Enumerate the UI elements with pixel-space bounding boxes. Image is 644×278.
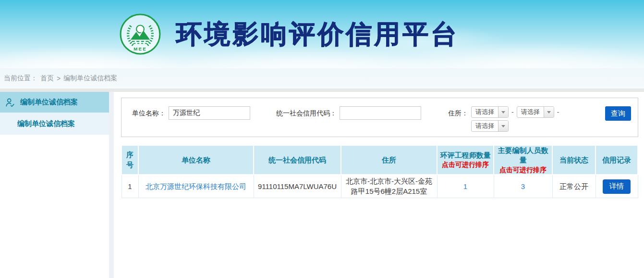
cell-index: 1 (122, 175, 138, 198)
page-title: 环境影响评价信用平台 (176, 17, 459, 52)
unit-name-label: 单位名称： (132, 106, 166, 120)
sidebar-content-divider (109, 92, 114, 278)
header-credit-code: 统一社会信用代码 (254, 146, 341, 175)
cell-engineer-count: 1 (437, 175, 494, 198)
chevron-down-icon[interactable] (498, 121, 508, 131)
breadcrumb-current: 编制单位诚信档案 (63, 74, 117, 83)
breadcrumb-separator: > (57, 75, 61, 82)
header-status: 当前状态 (552, 146, 595, 175)
header-staff-count[interactable]: 主要编制人员数量 点击可进行排序 (494, 146, 552, 175)
engineer-count-link[interactable]: 1 (463, 182, 467, 190)
site-header: MEE 环境影响评价信用平台 (0, 0, 644, 68)
sidebar-item-unit-credit-archive[interactable]: 编制单位诚信档案 (0, 92, 109, 113)
detail-button[interactable]: 详情 (603, 179, 631, 194)
sidebar-subitem-unit-credit-archive[interactable]: 编制单位诚信档案 (0, 113, 109, 135)
credit-code-label: 统一社会信用代码： (276, 106, 337, 120)
credit-code-group: 统一社会信用代码： (276, 106, 421, 120)
province-select[interactable]: 请选择 (471, 106, 509, 118)
header-address: 住所 (341, 146, 437, 175)
dash-separator: - (511, 106, 514, 118)
divider-band (0, 88, 644, 92)
table-row: 1 北京万源世纪环保科技有限公司 91110115MA7LWUA76U 北京市-… (122, 175, 638, 198)
breadcrumb: 当前位置： 首页 > 编制单位诚信档案 (0, 68, 644, 88)
breadcrumb-prefix: 当前位置： (4, 74, 37, 83)
sidebar: 编制单位诚信档案 编制单位诚信档案 (0, 92, 109, 278)
cell-credit-record: 详情 (595, 175, 638, 198)
query-button[interactable]: 查询 (605, 106, 631, 121)
cell-staff-count: 3 (494, 175, 552, 198)
dash-separator: - (557, 106, 559, 118)
cell-address: 北京市-北京市-大兴区-金苑路甲15号6幢2层A215室 (341, 175, 437, 198)
cell-credit-code: 91110115MA7LWUA76U (254, 175, 341, 198)
district-select[interactable]: 请选择 (471, 120, 509, 132)
credit-code-input[interactable] (340, 106, 421, 120)
sidebar-item-label: 编制单位诚信档案 (20, 98, 78, 107)
breadcrumb-home-link[interactable]: 首页 (40, 74, 54, 83)
table-header-row: 序号 单位名称 统一社会信用代码 住所 环评工程师数量 点击可进行排序 主要编制… (122, 146, 638, 175)
cell-status: 正常公开 (552, 175, 595, 198)
search-panel: 单位名称： 统一社会信用代码： 住所： 请选择 - (121, 98, 638, 137)
cell-company: 北京万源世纪环保科技有限公司 (138, 175, 254, 198)
header-company: 单位名称 (138, 146, 254, 175)
address-label: 住所： (448, 106, 468, 132)
unit-name-input[interactable] (169, 106, 250, 120)
results-table: 序号 单位名称 统一社会信用代码 住所 环评工程师数量 点击可进行排序 主要编制… (121, 146, 638, 198)
sidebar-subitem-label: 编制单位诚信档案 (17, 119, 75, 128)
staff-count-link[interactable]: 3 (521, 182, 525, 190)
header-index: 序号 (122, 146, 138, 175)
mee-logo: MEE (119, 13, 161, 55)
sort-hint[interactable]: 点击可进行排序 (495, 165, 551, 175)
header-credit-record: 信用记录 (595, 146, 638, 175)
main-content: 单位名称： 统一社会信用代码： 住所： 请选择 - (114, 92, 644, 278)
city-select[interactable]: 请选择 (517, 106, 554, 118)
user-check-icon (5, 97, 15, 108)
sort-hint[interactable]: 点击可进行排序 (438, 160, 492, 169)
unit-name-group: 单位名称： (132, 106, 250, 120)
company-link[interactable]: 北京万源世纪环保科技有限公司 (146, 182, 246, 190)
chevron-down-icon[interactable] (498, 107, 508, 117)
header-engineer-count[interactable]: 环评工程师数量 点击可进行排序 (437, 146, 494, 175)
chevron-down-icon[interactable] (544, 107, 554, 117)
address-group: 住所： 请选择 - 请选择 - (448, 106, 559, 132)
mee-logo-text: MEE (134, 46, 147, 51)
